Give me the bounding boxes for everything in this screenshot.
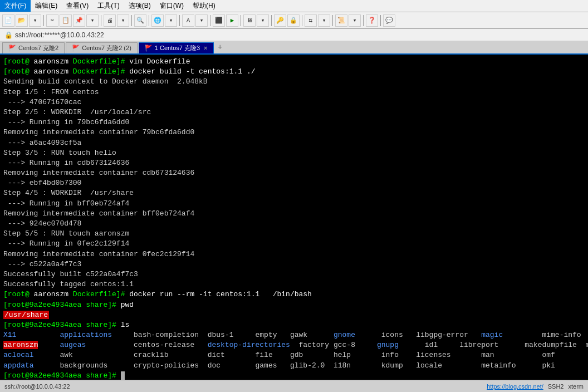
terminal-line-2: [root@ aaronszm Dockerfile]# docker buil…	[3, 67, 585, 77]
sep8	[271, 15, 272, 26]
tab-label-2: Centos7 克隆2 (2)	[82, 44, 131, 52]
ls-line-1: X11 applications bash-completion dbus-1 …	[3, 330, 585, 340]
terminal-line-23: Successfully tagged centos:1.1	[3, 280, 585, 290]
ls-line-3: aclocal awk cracklib dict file gdb help …	[3, 350, 585, 360]
open-btn[interactable]: 📂	[16, 14, 28, 27]
tab-centos7-clone2[interactable]: 🚩 Centos7 克隆2	[2, 42, 65, 53]
terminal-line-19: ---> Running in 0fec2c129f14	[3, 239, 585, 249]
menu-help[interactable]: 帮助(H)	[188, 0, 220, 12]
terminal-line-20: Removing intermediate container 0fec2c12…	[3, 249, 585, 259]
sep7	[241, 15, 241, 26]
terminal-line-16: Removing intermediate container bff0eb72…	[3, 209, 585, 219]
tab-label-1: Centos7 克隆2	[18, 44, 58, 52]
key2-btn[interactable]: 🔒	[287, 14, 300, 27]
globe-btn[interactable]: 🌐	[151, 14, 164, 27]
status-ssh-address: ssh://root@10.0.0.43:22	[4, 383, 70, 390]
terminal-line-22: Successfully built c522a0a4f7c3	[3, 270, 585, 280]
tab-close-btn[interactable]: ✕	[203, 45, 208, 51]
menu-file[interactable]: 文件(F)	[0, 0, 31, 12]
status-xterm: xterm	[569, 383, 584, 390]
monitor-btn[interactable]: 🖥	[243, 14, 256, 27]
tab-icon-2: 🚩	[72, 45, 80, 52]
transfer-btn[interactable]: ⇆	[305, 14, 317, 27]
ls-line-4: appdata backgrounds crypto-policies doc …	[3, 361, 585, 371]
zoom-btn[interactable]: 🔍	[134, 14, 146, 27]
terminal-line-24: [root@ aaronszm Dockerfile]# docker run …	[3, 290, 585, 300]
terminal-line-14: Step 4/5 : WORKDIR /usr/share	[3, 188, 585, 198]
menu-options[interactable]: 选项(B)	[124, 0, 155, 12]
terminal-line-17: ---> 924ec070d478	[3, 219, 585, 229]
scripts-btn[interactable]: 📜	[335, 14, 347, 27]
terminal-line-7: ---> Running in 79bc6fda6dd0	[3, 117, 585, 128]
open-dropdown[interactable]: ▾	[29, 14, 41, 27]
terminal-line-25: [root@9a2ee4934aea share]# pwd	[3, 300, 585, 310]
record-btn[interactable]: ▶	[226, 14, 238, 27]
tabbar: 🚩 Centos7 克隆2 🚩 Centos7 克隆2 (2) 🚩 1 Cent…	[0, 41, 588, 55]
terminal-line-26: /usr/share	[3, 310, 585, 320]
font-btn[interactable]: A	[182, 14, 194, 27]
terminal-line-27: [root@9a2ee4934aea share]# ls	[3, 320, 585, 330]
status-right: https://blog.csdn.net/ SSH2 xterm	[487, 383, 584, 390]
terminal[interactable]: [root@ aaronszm Dockerfile]# vim Dockerf…	[0, 55, 588, 380]
sep4	[149, 15, 149, 26]
terminal-line-6: Step 2/5 : WORKDIR /usr/local/src	[3, 107, 585, 117]
scripts-dropdown[interactable]: ▾	[349, 14, 361, 27]
terminal-line-15: ---> Running in bff0eb724af4	[3, 199, 585, 209]
menu-view[interactable]: 查看(V)	[62, 0, 93, 12]
terminal-line-10: Step 3/5 : RUN touch hello	[3, 148, 585, 158]
globe-dropdown[interactable]: ▾	[165, 14, 177, 27]
terminal-line-3: Sending build context to Docker daemon 2…	[3, 77, 585, 87]
status-ssh2: SSH2	[548, 383, 564, 390]
terminal-line-18: Step 5/5 : RUN touch aaronszm	[3, 229, 585, 239]
menu-window[interactable]: 窗口(W)	[155, 0, 188, 12]
tab-icon-3: 🚩	[145, 45, 153, 52]
terminal-line-13: ---> ebf4bd0b7300	[3, 178, 585, 188]
tab-centos7-clone3[interactable]: 🚩 1 Centos7 克隆3 ✕	[139, 42, 214, 53]
terminal-line-8: Removing intermediate container 79bc6fda…	[3, 128, 585, 138]
sep2	[101, 15, 101, 26]
transfer-dropdown[interactable]: ▾	[318, 14, 330, 27]
sep10	[332, 15, 333, 26]
copy-btn[interactable]: 📋	[60, 14, 72, 27]
tab-add-btn[interactable]: +	[215, 42, 225, 52]
sep12	[380, 15, 381, 26]
ls-output: X11 applications bash-completion dbus-1 …	[3, 330, 585, 371]
terminal-line-9: ---> a6ac4093cf5a	[3, 138, 585, 148]
terminal-line-11: ---> Running in cdb673124636	[3, 158, 585, 168]
tab-icon-1: 🚩	[8, 45, 16, 52]
sep9	[302, 15, 302, 26]
new-btn[interactable]: 📄	[2, 14, 14, 27]
terminal-line-final: [root@9a2ee4934aea share]#	[3, 371, 585, 380]
sep3	[131, 15, 132, 26]
status-blog-link[interactable]: https://blog.csdn.net/	[487, 383, 543, 390]
help-btn[interactable]: ❓	[366, 14, 378, 27]
chat-btn[interactable]: 💬	[383, 14, 395, 27]
key-btn[interactable]: 🔑	[274, 14, 286, 27]
font-dropdown[interactable]: ▾	[195, 14, 208, 27]
terminal-line-1: [root@ aaronszm Dockerfile]# vim Dockerf…	[3, 57, 585, 67]
print-dropdown[interactable]: ▾	[117, 14, 129, 27]
tab-centos7-clone2-2[interactable]: 🚩 Centos7 克隆2 (2)	[66, 42, 138, 53]
terminal-line-4: Step 1/5 : FROM centos	[3, 87, 585, 97]
statusbar: ssh://root@10.0.0.43:22 https://blog.csd…	[0, 380, 588, 392]
paste-dropdown[interactable]: ▾	[86, 14, 99, 27]
stop-btn[interactable]: ⬛	[213, 14, 225, 27]
address-text: ssh://root:******@10.0.0.43:22	[15, 31, 104, 39]
terminal-line-5: ---> 470671670cac	[3, 97, 585, 107]
address-bar: 🔒 ssh://root:******@10.0.0.43:22	[0, 29, 588, 41]
cut-btn[interactable]: ✂	[46, 14, 58, 27]
sep1	[43, 15, 44, 26]
sep11	[363, 15, 364, 26]
ls-line-2: aaronszm augeas centos-release desktop-d…	[3, 340, 585, 350]
sep6	[210, 15, 210, 26]
tab-label-3: 1 Centos7 克隆3	[155, 44, 200, 52]
toolbar: 📄 📂 ▾ ✂ 📋 📌 ▾ 🖨 ▾ 🔍 🌐 ▾ A ▾ ⬛ ▶ 🖥 ▾ 🔑 🔒 …	[0, 12, 588, 29]
monitor-dropdown[interactable]: ▾	[257, 14, 269, 27]
terminal-line-21: ---> c522a0a4f7c3	[3, 259, 585, 270]
menu-tools[interactable]: 工具(T)	[93, 0, 124, 12]
menubar: 文件(F) 编辑(E) 查看(V) 工具(T) 选项(B) 窗口(W) 帮助(H…	[0, 0, 588, 12]
paste-btn[interactable]: 📌	[73, 14, 85, 27]
sep5	[179, 15, 180, 26]
print-btn[interactable]: 🖨	[104, 14, 116, 27]
menu-edit[interactable]: 编辑(E)	[31, 0, 62, 12]
